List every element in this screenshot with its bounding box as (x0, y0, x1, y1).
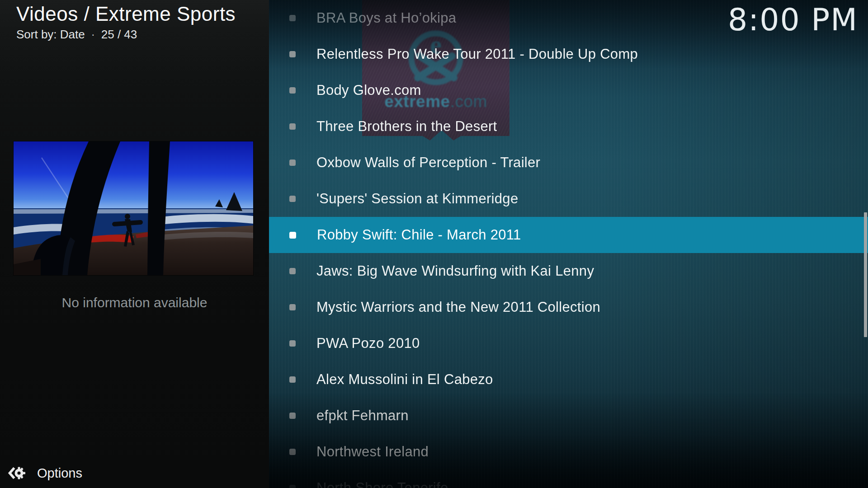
item-label: Three Brothers in the Desert (316, 118, 497, 135)
item-bullet-icon (289, 196, 296, 202)
item-label: Jaws: Big Wave Windsurfing with Kai Lenn… (316, 263, 594, 279)
item-label: PWA Pozo 2010 (316, 335, 420, 352)
item-bullet-icon (289, 123, 296, 130)
item-label: Oxbow Walls of Perception - Trailer (316, 155, 540, 171)
item-label: Relentless Pro Wake Tour 2011 - Double U… (316, 46, 638, 62)
list-item[interactable]: Jaws: Big Wave Windsurfing with Kai Lenn… (269, 253, 868, 289)
list-item[interactable]: Body Glove.com (269, 72, 868, 108)
page-title: Videos / Extreme Sports (16, 3, 236, 26)
list-item[interactable]: efpkt Fehmarn (269, 398, 868, 434)
item-bullet-icon (289, 449, 296, 455)
options-button[interactable]: Options (7, 464, 82, 483)
info-sidebar: Videos / Extreme Sports Sort by: Date · … (0, 0, 269, 488)
item-bullet-icon (289, 232, 296, 239)
item-bullet-icon (289, 160, 296, 166)
no-information-text: No information available (0, 295, 269, 310)
list-item[interactable]: Relentless Pro Wake Tour 2011 - Double U… (269, 36, 868, 72)
list-item[interactable]: Robby Swift: Chile - March 2011 (269, 217, 868, 253)
item-bullet-icon (289, 304, 296, 310)
item-bullet-icon (289, 340, 296, 347)
separator-dot: · (91, 28, 95, 41)
item-label: Mystic Warriors and the New 2011 Collect… (316, 299, 600, 315)
item-bullet-icon (289, 51, 296, 57)
item-label: Robby Swift: Chile - March 2011 (317, 227, 521, 243)
item-label: Alex Mussolini in El Cabezo (316, 371, 493, 388)
item-label: efpkt Fehmarn (316, 408, 409, 424)
item-label: BRA Boys at Ho’okipa (316, 10, 456, 26)
item-bullet-icon (289, 15, 296, 21)
item-label: Northwest Ireland (316, 444, 429, 460)
sort-by-label: Sort by: Date (16, 28, 85, 42)
kodi-video-list-screen: Videos / Extreme Sports Sort by: Date · … (0, 0, 868, 488)
item-bullet-icon (289, 87, 296, 94)
list-item[interactable]: Oxbow Walls of Perception - Trailer (269, 145, 868, 181)
item-bullet-icon (289, 413, 296, 419)
list-item[interactable]: Alex Mussolini in El Cabezo (269, 361, 868, 398)
list-scrollbar-thumb[interactable] (864, 212, 867, 337)
item-bullet-icon (289, 268, 296, 274)
list-item[interactable]: 'Supers' Session at Kimmeridge (269, 181, 868, 217)
item-label: 'Supers' Session at Kimmeridge (316, 191, 518, 207)
list-item[interactable]: Three Brothers in the Desert (269, 108, 868, 145)
video-list-panel: e extreme.com BRA Boys at Ho’okipa Relen… (269, 0, 868, 488)
options-gear-icon (7, 464, 26, 483)
item-count: 25 / 43 (101, 28, 137, 42)
item-label: North Shore Tenerife (316, 480, 448, 488)
item-bullet-icon (289, 485, 296, 488)
list-item[interactable]: North Shore Tenerife (269, 470, 868, 488)
sort-status-line: Sort by: Date · 25 / 43 (16, 28, 236, 42)
clock: 8:00 PM (728, 2, 858, 38)
options-label: Options (37, 466, 82, 481)
item-bullet-icon (289, 376, 296, 383)
video-list: BRA Boys at Ho’okipa Relentless Pro Wake… (269, 0, 868, 488)
page-header: Videos / Extreme Sports Sort by: Date · … (16, 3, 236, 42)
item-label: Body Glove.com (316, 82, 421, 99)
list-item[interactable]: PWA Pozo 2010 (269, 325, 868, 361)
thumbnail-art (14, 141, 253, 275)
list-item[interactable]: Northwest Ireland (269, 434, 868, 470)
list-item[interactable]: Mystic Warriors and the New 2011 Collect… (269, 289, 868, 325)
video-thumbnail (14, 141, 253, 275)
